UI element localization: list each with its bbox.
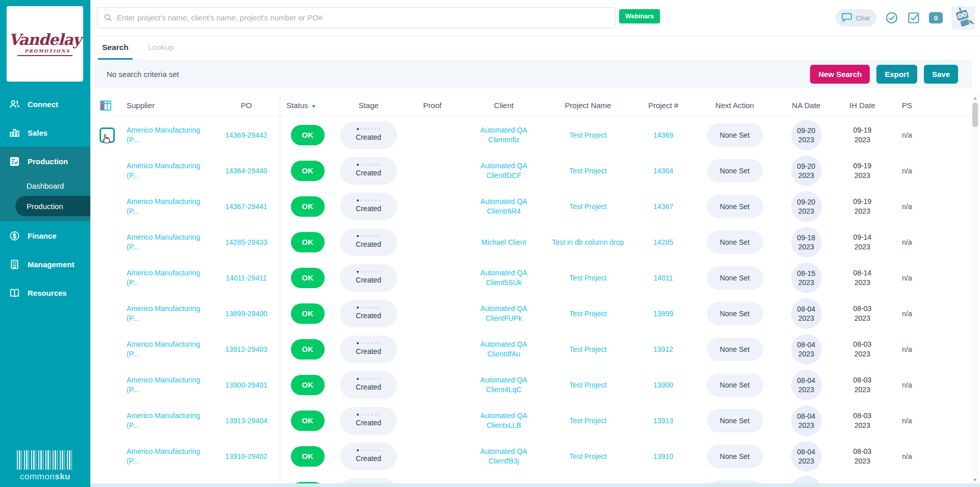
sidebar-item-finance[interactable]: Finance [0, 221, 90, 250]
next-action-pill[interactable]: None Set [707, 373, 763, 397]
header-ih-date[interactable]: IH Date [838, 101, 887, 110]
client-link[interactable]: Automated QA ClientdfAu [465, 340, 542, 359]
supplier-link[interactable]: Americo Manufacturing (P... [127, 375, 208, 395]
sidebar-subitem-dashboard[interactable]: Dashboard [0, 175, 90, 196]
table-row[interactable]: Americo Manufacturing (P... 14285-29433 … [90, 224, 980, 260]
project-number-link[interactable]: 14367 [653, 202, 673, 212]
header-stage[interactable]: Stage [335, 101, 402, 110]
status-pill[interactable]: OK [291, 375, 325, 395]
stage-pill[interactable]: Created [340, 264, 397, 292]
next-action-pill[interactable]: None Set [707, 123, 763, 147]
task-check-icon[interactable] [907, 11, 920, 24]
client-link[interactable]: Automated QA ClientxLLB [465, 411, 542, 430]
status-pill[interactable]: OK [291, 161, 325, 181]
table-row[interactable]: Americo Manufacturing (P... 14011-29411 … [90, 260, 980, 296]
po-link[interactable]: 14364-29440 [225, 166, 267, 176]
status-pill[interactable]: OK [291, 411, 325, 431]
horizontal-scrollbar[interactable] [90, 483, 980, 487]
client-link[interactable]: Automated QA Clientmfiz [465, 125, 542, 145]
stage-pill[interactable]: Created [340, 407, 397, 434]
supplier-link[interactable]: Americo Manufacturing (P... [127, 340, 208, 359]
table-row[interactable]: Americo Manufacturing (P... 13900-29401 … [90, 367, 980, 403]
table-row[interactable]: Americo Manufacturing (P... 13910-29402 … [90, 439, 980, 474]
next-action-pill[interactable]: None Set [707, 302, 763, 325]
client-link[interactable]: Automated QA Clientr6R4 [465, 197, 542, 216]
project-number-link[interactable]: 13899 [653, 309, 673, 319]
po-link[interactable]: 14369-29442 [225, 131, 267, 140]
stage-pill[interactable]: Created [340, 228, 397, 256]
export-button[interactable]: Export [876, 65, 917, 84]
vertical-scrollbar[interactable]: ▲ ▼ [971, 94, 979, 483]
header-ps[interactable]: PS [887, 101, 927, 110]
project-number-link[interactable]: 14364 [653, 166, 673, 176]
stage-pill[interactable]: Created [340, 193, 397, 220]
project-number-link[interactable]: 14369 [653, 131, 673, 140]
table-row[interactable]: Americo Manufacturing (P... 14364-29440 … [90, 153, 980, 189]
next-action-pill[interactable]: None Set [707, 409, 763, 432]
stage-pill[interactable]: Created [340, 157, 397, 185]
project-number-link[interactable]: 13910 [653, 452, 673, 462]
supplier-link[interactable]: Americo Manufacturing (P... [127, 125, 208, 145]
stage-pill[interactable]: Created [340, 300, 397, 327]
status-pill[interactable]: OK [291, 339, 325, 360]
project-name-link[interactable]: Test Project [569, 309, 606, 319]
tab-search[interactable]: Search [102, 43, 129, 52]
clock-check-icon[interactable] [885, 11, 898, 24]
next-action-pill[interactable]: None Set [707, 266, 763, 290]
project-name-link[interactable]: Test Project [569, 202, 606, 212]
table-row[interactable]: Americo Manufacturing (P... OK Created A… [90, 474, 980, 483]
tab-lookup[interactable]: Lookup [148, 43, 174, 52]
po-link[interactable]: 13899-29400 [225, 309, 267, 319]
sidebar-item-sales[interactable]: Sales [0, 118, 90, 147]
status-pill[interactable]: OK [291, 446, 325, 467]
sidebar-item-management[interactable]: Management [0, 250, 90, 278]
header-po[interactable]: PO [213, 101, 280, 110]
client-link[interactable]: Michael Client [481, 238, 526, 247]
po-link[interactable]: 14367-29441 [225, 202, 267, 212]
scroll-up-icon[interactable]: ▲ [971, 95, 979, 100]
client-link[interactable]: Automated QA ClientFUPk [465, 304, 542, 323]
next-action-pill[interactable]: None Set [707, 159, 763, 183]
status-pill[interactable]: OK [291, 196, 325, 217]
table-row[interactable]: Americo Manufacturing (P... 14367-29441 … [90, 189, 980, 224]
table-row[interactable]: Americo Manufacturing (P... 13912-29403 … [90, 331, 980, 367]
status-pill[interactable]: OK [291, 268, 325, 288]
project-name-link[interactable]: Test Project [569, 452, 606, 462]
avatar[interactable] [951, 6, 975, 30]
project-name-link[interactable]: Test Project [569, 131, 606, 140]
supplier-link[interactable]: Americo Manufacturing (P... [127, 161, 208, 181]
table-row[interactable]: Americo Manufacturing (P... 13899-29400 … [90, 296, 980, 331]
stage-pill[interactable]: Created [340, 336, 397, 363]
supplier-link[interactable]: Americo Manufacturing (P... [127, 233, 208, 252]
sidebar-subitem-production[interactable]: Production [15, 196, 90, 216]
sidebar-item-resources[interactable]: Resources [0, 278, 90, 307]
next-action-pill[interactable]: None Set [707, 445, 763, 468]
project-name-link[interactable]: Test Project [569, 273, 606, 283]
supplier-link[interactable]: Americo Manufacturing (P... [127, 304, 208, 323]
client-link[interactable]: Automated QA Client5SUk [465, 268, 542, 288]
tenant-logo[interactable]: Vandelay PROMOTIONS [7, 6, 83, 82]
supplier-link[interactable]: Americo Manufacturing (P... [127, 411, 208, 430]
save-button[interactable]: Save [924, 65, 958, 84]
webinars-button[interactable]: Webinars [619, 9, 660, 23]
client-link[interactable]: Automated QA ClientfB3j [465, 447, 542, 466]
po-link[interactable]: 13910-29402 [225, 452, 267, 462]
project-name-link[interactable]: Test Project [569, 416, 606, 426]
project-number-link[interactable]: 13900 [653, 380, 673, 390]
supplier-link[interactable]: Americo Manufacturing (P... [127, 447, 208, 466]
project-name-link[interactable]: Test Project [569, 166, 606, 176]
header-project-number[interactable]: Project # [631, 101, 695, 110]
header-project-name[interactable]: Project Name [545, 101, 631, 110]
search-input[interactable] [97, 7, 616, 28]
table-row[interactable]: Americo Manufacturing (P... 13913-29404 … [90, 403, 980, 439]
status-pill[interactable]: OK [291, 303, 325, 324]
status-pill[interactable]: OK [291, 232, 325, 252]
project-number-link[interactable]: 14285 [653, 238, 673, 247]
sidebar-item-connect[interactable]: Connect [0, 90, 90, 118]
header-status[interactable]: Status▼ [280, 101, 335, 110]
scroll-down-icon[interactable]: ▼ [971, 477, 979, 482]
header-client[interactable]: Client [463, 101, 545, 110]
header-supplier[interactable]: Supplier [124, 101, 213, 110]
project-number-link[interactable]: 13913 [653, 416, 673, 426]
header-na-date[interactable]: NA Date [774, 101, 838, 110]
